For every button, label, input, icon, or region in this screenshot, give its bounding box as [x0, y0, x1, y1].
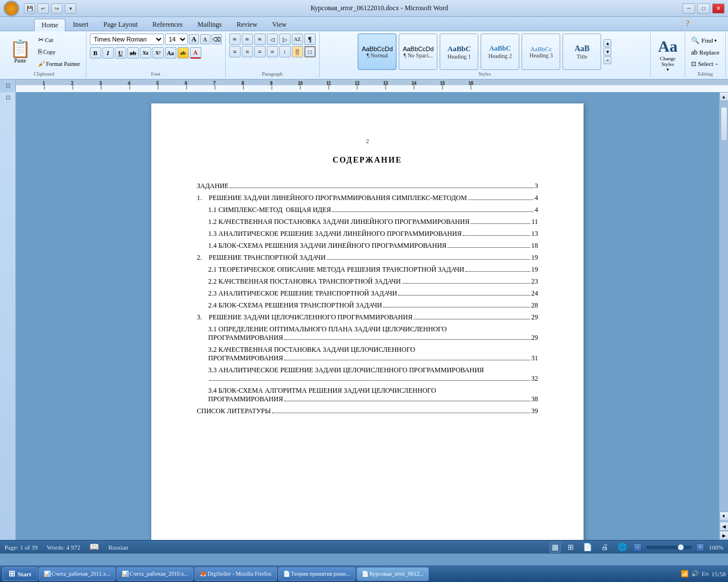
bullets-button[interactable]: ≡ [229, 34, 241, 45]
view-normal-btn[interactable]: ▦ [549, 542, 561, 553]
font-name-select[interactable]: Times New Roman [90, 34, 164, 45]
find-button[interactable]: 🔍 Find ▾ [689, 35, 722, 46]
office-button[interactable] [3, 1, 19, 16]
maximize-button[interactable]: □ [697, 3, 710, 14]
toc-page: 29 [531, 313, 538, 322]
copy-button[interactable]: ⎘ Copy [36, 47, 82, 57]
quick-redo-btn[interactable]: ↪ [51, 3, 63, 14]
style-nospace-preview: AaBbCcDd [403, 45, 433, 52]
format-painter-button[interactable]: 🖌 Format Painter [36, 59, 82, 69]
shading-button[interactable]: ▒ [292, 46, 303, 57]
font-grow-button[interactable]: A [189, 34, 199, 44]
style-normal-button[interactable]: AaBbCcDd ¶ Normal [358, 34, 396, 70]
font-color-button[interactable]: A [190, 47, 201, 59]
toc-text: 2. РЕШЕНИЕ ТРАНСПОРТНОЙ ЗАДАЧИ [197, 253, 326, 262]
toc-entry-2: 2. РЕШЕНИЕ ТРАНСПОРТНОЙ ЗАДАЧИ 19 [197, 253, 538, 262]
quick-undo-btn[interactable]: ↩ [38, 3, 49, 14]
align-center-button[interactable]: ≡ [242, 46, 253, 57]
tab-view[interactable]: View [265, 18, 294, 31]
scroll-down-button[interactable]: ▼ [719, 512, 729, 521]
scroll-prev-page[interactable]: ◀ [719, 522, 729, 531]
toc-dots [272, 413, 530, 413]
tab-mailings[interactable]: Mailings [190, 18, 229, 31]
sort-button[interactable]: AZ [292, 34, 303, 45]
styles-scroll-down[interactable]: ▼ [603, 48, 611, 56]
cut-button[interactable]: ✂ Cut [36, 35, 82, 45]
systray-keyboard[interactable]: En [701, 570, 709, 578]
zoom-in-button[interactable]: + [696, 543, 704, 551]
style-h2-button[interactable]: AaBbC Heading 2 [481, 34, 519, 70]
view-reading-btn[interactable]: 📄 [581, 542, 594, 553]
styles-scroll-up[interactable]: ▲ [603, 39, 611, 47]
align-left-button[interactable]: ≡ [229, 46, 241, 57]
clear-formatting-button[interactable]: ⌫ [212, 34, 222, 44]
style-h1-button[interactable]: AaBbC Heading 1 [440, 34, 478, 70]
scrollbar-track[interactable] [719, 101, 729, 512]
view-fullscreen-btn[interactable]: ⊞ [565, 542, 576, 553]
tab-home[interactable]: Home [34, 19, 65, 31]
start-button[interactable]: ⊞ Start [2, 567, 38, 581]
text-case-button[interactable]: Aa [165, 47, 176, 59]
zoom-out-button[interactable]: - [634, 543, 642, 551]
decrease-indent-button[interactable]: ◁ [267, 34, 278, 45]
font-label: Font [90, 71, 222, 77]
tab-page-layout[interactable]: Page Layout [96, 18, 145, 31]
style-nospace-button[interactable]: AaBbCcDd ¶ No Spaci... [399, 34, 437, 70]
view-web-btn[interactable]: 🌐 [615, 542, 629, 553]
minimize-button[interactable]: ─ [682, 3, 695, 14]
scroll-next-page[interactable]: ▶ [719, 531, 729, 540]
spell-check-icon[interactable]: 📖 [89, 542, 99, 552]
increase-indent-button[interactable]: ▷ [279, 34, 291, 45]
subscript-button[interactable]: X₂ [140, 47, 151, 59]
line-spacing-button[interactable]: ↕ [279, 46, 291, 57]
style-title-button[interactable]: AaB Title [562, 34, 601, 70]
style-h3-button[interactable]: AaBbCc Heading 3 [522, 34, 560, 70]
highlight-button[interactable]: ab [177, 47, 189, 59]
quick-dropdown-btn[interactable]: ▾ [65, 3, 76, 14]
systray-network[interactable]: 📶 [681, 570, 689, 578]
svg-text:10: 10 [298, 81, 303, 86]
scroll-up-button[interactable]: ▲ [719, 92, 729, 101]
strikethrough-button[interactable]: ab [127, 47, 139, 59]
taskbar-item-0[interactable]: 📊 Счета_рабочая_2011.х... [39, 567, 115, 581]
help-icon[interactable]: ? [681, 18, 694, 30]
gutter-icon[interactable]: ⊡ [0, 92, 15, 101]
justify-button[interactable]: ≡ [267, 46, 278, 57]
document-area[interactable]: 2 СОДЕРЖАНИЕ ЗАДАНИЕ 3 1. РЕШЕНИЕ ЗАДАЧИ… [16, 92, 719, 540]
format-painter-icon: 🖌 [38, 60, 45, 68]
numbering-button[interactable]: ≡ [242, 34, 253, 45]
toc-text: 2.3 АНАЛИТИЧЕСКОЕ РЕШЕНИЕ ТРАНСПОРТНОЙ З… [208, 289, 397, 298]
view-print-btn[interactable]: 🖨 [599, 542, 611, 553]
close-button[interactable]: ✕ [712, 3, 725, 14]
tab-insert[interactable]: Insert [65, 18, 96, 31]
quick-save-btn[interactable]: 💾 [24, 3, 35, 14]
taskbar-item-3[interactable]: 📄 Теория принятия реше... [278, 567, 355, 581]
font-shrink-button[interactable]: A [200, 34, 210, 44]
borders-button[interactable]: □ [304, 46, 316, 57]
tab-review[interactable]: Review [229, 18, 265, 31]
align-right-button[interactable]: ≡ [254, 46, 266, 57]
multilevel-list-button[interactable]: ≡ [254, 34, 266, 45]
show-formatting-button[interactable]: ¶ [304, 34, 316, 45]
paste-button[interactable]: 📋 Paste [6, 39, 35, 65]
underline-button[interactable]: U [115, 47, 126, 59]
taskbar-item-4[interactable]: 📄 Курсовая_итог_0612... [357, 567, 429, 581]
ruler-corner[interactable]: ⊡ [0, 80, 15, 92]
taskbar-item-1[interactable]: 📊 Счета_рабочая_2010.х... [117, 567, 193, 581]
taskbar-item-2[interactable]: 🦊 DigiSeller - Mozilla Firefox [195, 567, 276, 581]
clipboard-inner: 📋 Paste ✂ Cut ⎘ Copy 🖌 Format [6, 34, 82, 70]
zoom-slider[interactable] [646, 546, 692, 549]
tab-references[interactable]: References [145, 18, 190, 31]
replace-button[interactable]: ab Replace [689, 47, 722, 58]
scrollbar-thumb[interactable] [721, 107, 727, 141]
italic-button[interactable]: I [102, 47, 114, 59]
superscript-button[interactable]: X² [152, 47, 164, 59]
bold-button[interactable]: B [90, 47, 101, 59]
systray-volume[interactable]: 🔊 [691, 570, 699, 578]
select-button[interactable]: ⊡ Select ~ [689, 59, 722, 69]
font-size-select[interactable]: 14 [165, 34, 188, 45]
styles-expand[interactable]: ≡ [603, 56, 611, 64]
page-info: Page: 1 of 39 [5, 544, 38, 551]
toc-lastrow: 32 [208, 375, 538, 383]
change-styles-button[interactable]: Aa ChangeStyles ▾ [654, 35, 681, 75]
